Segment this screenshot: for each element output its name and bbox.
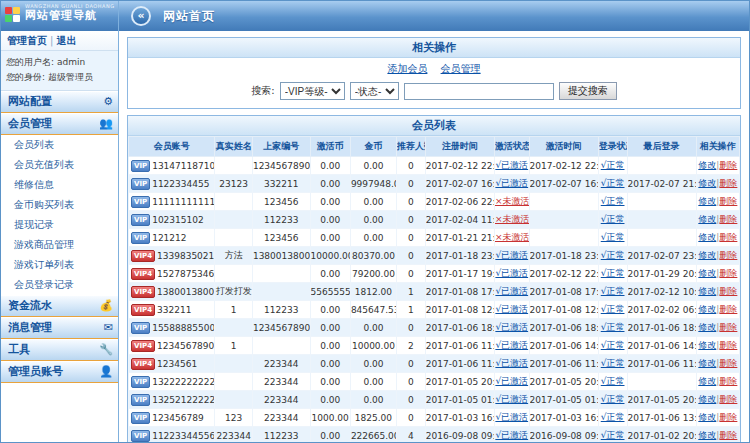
delete-link[interactable]: 删除 xyxy=(719,304,737,314)
delete-link[interactable]: 删除 xyxy=(719,412,737,422)
sidebar-item[interactable]: 会员登录记录 xyxy=(1,275,118,295)
edit-link[interactable]: 修改 xyxy=(698,250,716,260)
delete-link[interactable]: 删除 xyxy=(719,160,737,170)
activation-status-link[interactable]: √已激活 xyxy=(495,160,528,170)
delete-link[interactable]: 删除 xyxy=(719,358,737,368)
sidebar-item[interactable]: 游戏订单列表 xyxy=(1,255,118,275)
login-status-link[interactable]: √正常 xyxy=(601,178,625,188)
manage-home-link[interactable]: 管理首页 xyxy=(7,35,47,46)
row-actions-cell: 修改|删除 xyxy=(696,283,739,301)
edit-link[interactable]: 修改 xyxy=(698,286,716,296)
sidebar-section-admin-account[interactable]: 管理员账号👤 xyxy=(1,361,118,383)
table-row: VIP4152787534620.0079200.0002017-01-17 1… xyxy=(129,265,740,283)
sidebar-item[interactable]: 提现记录 xyxy=(1,215,118,235)
edit-link[interactable]: 修改 xyxy=(698,232,716,242)
edit-link[interactable]: 修改 xyxy=(698,358,716,368)
gold-cell: 9997948.00 xyxy=(350,175,396,193)
delete-link[interactable]: 删除 xyxy=(719,376,737,386)
sidebar-section-member-manage[interactable]: 会员管理👥 xyxy=(1,113,118,135)
activation-status-link[interactable]: √已激活 xyxy=(495,178,528,188)
sidebar-item[interactable]: 会员充值列表 xyxy=(1,155,118,175)
edit-link[interactable]: 修改 xyxy=(698,322,716,332)
activation-status-link[interactable]: √已激活 xyxy=(495,376,528,386)
activation-status-link[interactable]: ×未激活 xyxy=(495,196,529,206)
delete-link[interactable]: 删除 xyxy=(719,322,737,332)
edit-link[interactable]: 修改 xyxy=(698,376,716,386)
sidebar-section-tools[interactable]: 工具🔧 xyxy=(1,339,118,361)
edit-link[interactable]: 修改 xyxy=(698,430,716,440)
delete-link[interactable]: 删除 xyxy=(719,196,737,206)
edit-link[interactable]: 修改 xyxy=(698,214,716,224)
login-status-link[interactable]: √正常 xyxy=(601,304,625,314)
activation-status-link[interactable]: √已激活 xyxy=(495,286,528,296)
activation-status-link[interactable]: √已激活 xyxy=(495,430,528,440)
activation-status-link[interactable]: ×未激活 xyxy=(495,214,529,224)
edit-link[interactable]: 修改 xyxy=(698,304,716,314)
delete-link[interactable]: 删除 xyxy=(719,214,737,224)
delete-link[interactable]: 删除 xyxy=(719,430,737,440)
edit-link[interactable]: 修改 xyxy=(698,412,716,422)
login-status-link[interactable]: √正常 xyxy=(601,322,625,332)
login-status-link[interactable]: √正常 xyxy=(601,412,625,422)
member-account-cell: VIP13222222222 xyxy=(129,373,215,391)
sidebar-item[interactable]: 游戏商品管理 xyxy=(1,235,118,255)
sidebar-menu: 网站配置⚙会员管理👥会员列表会员充值列表维修信息金币购买列表提现记录游戏商品管理… xyxy=(1,91,118,442)
delete-link[interactable]: 删除 xyxy=(719,232,737,242)
activation-status-link[interactable]: √已激活 xyxy=(495,304,528,314)
back-button[interactable]: « xyxy=(131,6,151,26)
edit-link[interactable]: 修改 xyxy=(698,160,716,170)
sidebar-section-site-config[interactable]: 网站配置⚙ xyxy=(1,91,118,113)
delete-link[interactable]: 删除 xyxy=(719,268,737,278)
login-status-link[interactable]: √正常 xyxy=(601,268,625,278)
login-status-link[interactable]: √正常 xyxy=(601,340,625,350)
upline-cell: 223344 xyxy=(252,373,310,391)
activation-time-cell: 2017-01-03 16:37:32 xyxy=(529,409,598,427)
activation-time-cell: 2017-02-07 16:01:36 xyxy=(529,175,598,193)
activation-status-link[interactable]: √已激活 xyxy=(495,322,528,332)
sidebar-item[interactable]: 金币购买列表 xyxy=(1,195,118,215)
delete-link[interactable]: 删除 xyxy=(719,394,737,404)
login-status-link[interactable]: √正常 xyxy=(601,430,625,440)
logout-link[interactable]: 退出 xyxy=(56,35,76,46)
login-status-link[interactable]: √正常 xyxy=(601,232,625,242)
activation-status-link[interactable]: ×未激活 xyxy=(495,232,529,242)
edit-link[interactable]: 修改 xyxy=(698,340,716,350)
login-status-link[interactable]: √正常 xyxy=(601,160,625,170)
sidebar-section-funds[interactable]: 资金流水💰 xyxy=(1,295,118,317)
login-status-link[interactable]: √正常 xyxy=(601,394,625,404)
delete-link[interactable]: 删除 xyxy=(719,250,737,260)
vip-level-select[interactable]: -VIP等级- xyxy=(280,82,345,100)
activation-status-link[interactable]: √已激活 xyxy=(495,394,528,404)
edit-link[interactable]: 修改 xyxy=(698,394,716,404)
sidebar-section-message[interactable]: 消息管理✉ xyxy=(1,317,118,339)
member-account: 11111111111 xyxy=(152,197,215,207)
column-header: 推荐人数 xyxy=(397,137,426,157)
login-status-link[interactable]: √正常 xyxy=(601,250,625,260)
login-status-link[interactable]: √正常 xyxy=(601,286,625,296)
gold-cell: 80370.00 xyxy=(350,247,396,265)
login-status-link[interactable]: √正常 xyxy=(601,358,625,368)
edit-link[interactable]: 修改 xyxy=(698,196,716,206)
sidebar-item[interactable]: 维修信息 xyxy=(1,175,118,195)
login-status-link[interactable]: √正常 xyxy=(601,196,625,206)
member-manage-link[interactable]: 会员管理 xyxy=(441,63,481,74)
add-member-link[interactable]: 添加会员 xyxy=(387,63,427,74)
login-status-link[interactable]: √正常 xyxy=(601,376,625,386)
vip-badge: VIP4 xyxy=(131,304,155,316)
edit-link[interactable]: 修改 xyxy=(698,178,716,188)
sidebar-item[interactable]: 会员列表 xyxy=(1,135,118,155)
activation-status-link[interactable]: √已激活 xyxy=(495,358,528,368)
activation-status-link[interactable]: √已激活 xyxy=(495,250,528,260)
delete-link[interactable]: 删除 xyxy=(719,340,737,350)
edit-link[interactable]: 修改 xyxy=(698,268,716,278)
status-select[interactable]: -状态- xyxy=(350,82,399,100)
delete-link[interactable]: 删除 xyxy=(719,178,737,188)
login-status-link[interactable]: √正常 xyxy=(601,214,625,224)
delete-link[interactable]: 删除 xyxy=(719,286,737,296)
search-input[interactable] xyxy=(404,83,554,100)
referral-count-cell: 4 xyxy=(397,427,426,443)
activation-status-link[interactable]: √已激活 xyxy=(495,340,528,350)
activation-status-link[interactable]: √已激活 xyxy=(495,412,528,422)
activation-status-link[interactable]: √已激活 xyxy=(495,268,528,278)
submit-search-button[interactable]: 提交搜索 xyxy=(559,82,617,100)
